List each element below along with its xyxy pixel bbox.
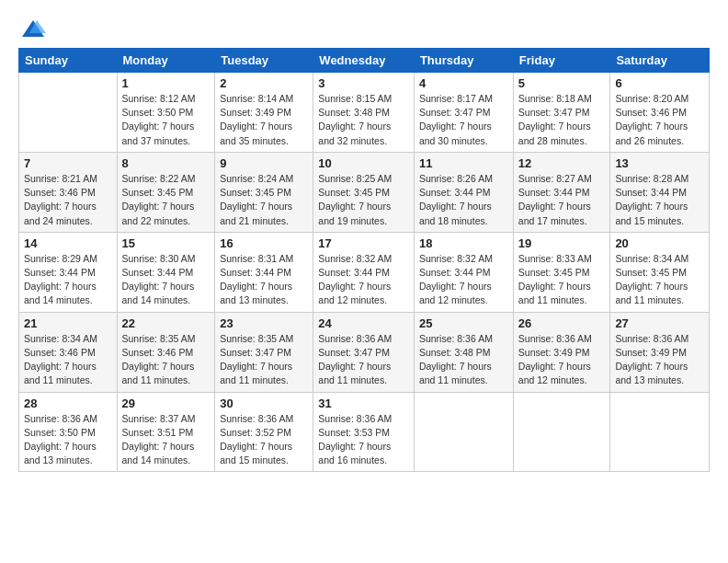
day-number: 12 — [518, 156, 606, 170]
day-number: 2 — [220, 76, 308, 90]
calendar-cell: 26Sunrise: 8:36 AMSunset: 3:49 PMDayligh… — [513, 312, 610, 392]
header — [18, 17, 710, 39]
day-number: 10 — [318, 156, 409, 170]
calendar-day-header: Tuesday — [215, 49, 313, 73]
calendar-cell: 7Sunrise: 8:21 AMSunset: 3:46 PMDaylight… — [19, 152, 118, 232]
calendar-cell: 23Sunrise: 8:35 AMSunset: 3:47 PMDayligh… — [215, 312, 313, 392]
calendar-day-header: Monday — [117, 49, 215, 73]
day-number: 5 — [518, 76, 606, 90]
day-info: Sunrise: 8:34 AMSunset: 3:45 PMDaylight:… — [615, 252, 704, 308]
calendar-cell: 4Sunrise: 8:17 AMSunset: 3:47 PMDaylight… — [414, 73, 513, 153]
logo-icon — [20, 17, 46, 42]
day-number: 1 — [122, 76, 210, 90]
calendar-cell: 30Sunrise: 8:36 AMSunset: 3:52 PMDayligh… — [215, 392, 313, 472]
day-info: Sunrise: 8:36 AMSunset: 3:47 PMDaylight:… — [318, 332, 409, 388]
calendar-cell: 24Sunrise: 8:36 AMSunset: 3:47 PMDayligh… — [313, 312, 415, 392]
day-number: 23 — [220, 316, 308, 330]
calendar-day-header: Wednesday — [313, 49, 415, 73]
calendar-week-row: 14Sunrise: 8:29 AMSunset: 3:44 PMDayligh… — [19, 232, 710, 312]
logo — [18, 17, 46, 39]
day-info: Sunrise: 8:36 AMSunset: 3:53 PMDaylight:… — [318, 412, 409, 468]
day-info: Sunrise: 8:35 AMSunset: 3:47 PMDaylight:… — [220, 332, 308, 388]
day-info: Sunrise: 8:32 AMSunset: 3:44 PMDaylight:… — [419, 252, 508, 308]
calendar-day-header: Sunday — [19, 49, 118, 73]
day-info: Sunrise: 8:29 AMSunset: 3:44 PMDaylight:… — [24, 252, 112, 308]
day-number: 16 — [220, 236, 308, 250]
day-info: Sunrise: 8:36 AMSunset: 3:49 PMDaylight:… — [518, 332, 606, 388]
day-info: Sunrise: 8:34 AMSunset: 3:46 PMDaylight:… — [24, 332, 112, 388]
day-number: 8 — [122, 156, 210, 170]
day-info: Sunrise: 8:37 AMSunset: 3:51 PMDaylight:… — [122, 412, 210, 468]
calendar-cell: 28Sunrise: 8:36 AMSunset: 3:50 PMDayligh… — [19, 392, 118, 472]
day-number: 14 — [24, 236, 112, 250]
day-info: Sunrise: 8:14 AMSunset: 3:49 PMDaylight:… — [220, 92, 308, 148]
day-number: 27 — [615, 316, 704, 330]
day-info: Sunrise: 8:28 AMSunset: 3:44 PMDaylight:… — [615, 172, 704, 228]
day-info: Sunrise: 8:36 AMSunset: 3:48 PMDaylight:… — [419, 332, 508, 388]
calendar-cell: 1Sunrise: 8:12 AMSunset: 3:50 PMDaylight… — [117, 73, 215, 153]
calendar-cell: 11Sunrise: 8:26 AMSunset: 3:44 PMDayligh… — [414, 152, 513, 232]
day-info: Sunrise: 8:22 AMSunset: 3:45 PMDaylight:… — [122, 172, 210, 228]
calendar-day-header: Saturday — [610, 49, 710, 73]
calendar-cell: 22Sunrise: 8:35 AMSunset: 3:46 PMDayligh… — [117, 312, 215, 392]
day-number: 26 — [518, 316, 606, 330]
day-info: Sunrise: 8:30 AMSunset: 3:44 PMDaylight:… — [122, 252, 210, 308]
day-number: 21 — [24, 316, 112, 330]
calendar-cell — [610, 392, 710, 472]
day-info: Sunrise: 8:21 AMSunset: 3:46 PMDaylight:… — [24, 172, 112, 228]
day-info: Sunrise: 8:27 AMSunset: 3:44 PMDaylight:… — [518, 172, 606, 228]
day-info: Sunrise: 8:25 AMSunset: 3:45 PMDaylight:… — [318, 172, 409, 228]
day-number: 13 — [615, 156, 704, 170]
calendar-cell: 20Sunrise: 8:34 AMSunset: 3:45 PMDayligh… — [610, 232, 710, 312]
calendar-cell: 19Sunrise: 8:33 AMSunset: 3:45 PMDayligh… — [513, 232, 610, 312]
day-info: Sunrise: 8:20 AMSunset: 3:46 PMDaylight:… — [615, 92, 704, 148]
day-number: 31 — [318, 396, 409, 410]
page: SundayMondayTuesdayWednesdayThursdayFrid… — [0, 0, 728, 563]
day-number: 22 — [122, 316, 210, 330]
day-number: 15 — [122, 236, 210, 250]
calendar-cell: 10Sunrise: 8:25 AMSunset: 3:45 PMDayligh… — [313, 152, 415, 232]
calendar-cell: 14Sunrise: 8:29 AMSunset: 3:44 PMDayligh… — [19, 232, 118, 312]
calendar-day-header: Thursday — [414, 49, 513, 73]
day-number: 25 — [419, 316, 508, 330]
calendar-week-row: 28Sunrise: 8:36 AMSunset: 3:50 PMDayligh… — [19, 392, 710, 472]
day-number: 9 — [220, 156, 308, 170]
calendar-cell — [19, 73, 118, 153]
calendar-cell: 21Sunrise: 8:34 AMSunset: 3:46 PMDayligh… — [19, 312, 118, 392]
day-number: 6 — [615, 76, 704, 90]
day-number: 18 — [419, 236, 508, 250]
calendar-cell: 9Sunrise: 8:24 AMSunset: 3:45 PMDaylight… — [215, 152, 313, 232]
calendar-cell — [414, 392, 513, 472]
day-info: Sunrise: 8:36 AMSunset: 3:52 PMDaylight:… — [220, 412, 308, 468]
day-number: 19 — [518, 236, 606, 250]
day-info: Sunrise: 8:17 AMSunset: 3:47 PMDaylight:… — [419, 92, 508, 148]
day-info: Sunrise: 8:18 AMSunset: 3:47 PMDaylight:… — [518, 92, 606, 148]
calendar-cell: 16Sunrise: 8:31 AMSunset: 3:44 PMDayligh… — [215, 232, 313, 312]
calendar-cell: 29Sunrise: 8:37 AMSunset: 3:51 PMDayligh… — [117, 392, 215, 472]
calendar-cell — [513, 392, 610, 472]
calendar-header-row: SundayMondayTuesdayWednesdayThursdayFrid… — [19, 49, 710, 73]
calendar-cell: 15Sunrise: 8:30 AMSunset: 3:44 PMDayligh… — [117, 232, 215, 312]
day-number: 17 — [318, 236, 409, 250]
day-number: 4 — [419, 76, 508, 90]
day-info: Sunrise: 8:36 AMSunset: 3:50 PMDaylight:… — [24, 412, 112, 468]
calendar-cell: 13Sunrise: 8:28 AMSunset: 3:44 PMDayligh… — [610, 152, 710, 232]
day-number: 20 — [615, 236, 704, 250]
calendar-cell: 31Sunrise: 8:36 AMSunset: 3:53 PMDayligh… — [313, 392, 415, 472]
calendar-cell: 3Sunrise: 8:15 AMSunset: 3:48 PMDaylight… — [313, 73, 415, 153]
calendar-cell: 27Sunrise: 8:36 AMSunset: 3:49 PMDayligh… — [610, 312, 710, 392]
day-info: Sunrise: 8:12 AMSunset: 3:50 PMDaylight:… — [122, 92, 210, 148]
day-info: Sunrise: 8:36 AMSunset: 3:49 PMDaylight:… — [615, 332, 704, 388]
calendar-cell: 12Sunrise: 8:27 AMSunset: 3:44 PMDayligh… — [513, 152, 610, 232]
day-number: 24 — [318, 316, 409, 330]
day-info: Sunrise: 8:24 AMSunset: 3:45 PMDaylight:… — [220, 172, 308, 228]
calendar-cell: 18Sunrise: 8:32 AMSunset: 3:44 PMDayligh… — [414, 232, 513, 312]
day-number: 29 — [122, 396, 210, 410]
day-number: 7 — [24, 156, 112, 170]
day-info: Sunrise: 8:35 AMSunset: 3:46 PMDaylight:… — [122, 332, 210, 388]
day-number: 11 — [419, 156, 508, 170]
day-number: 30 — [220, 396, 308, 410]
day-info: Sunrise: 8:33 AMSunset: 3:45 PMDaylight:… — [518, 252, 606, 308]
calendar-cell: 6Sunrise: 8:20 AMSunset: 3:46 PMDaylight… — [610, 73, 710, 153]
calendar-cell: 17Sunrise: 8:32 AMSunset: 3:44 PMDayligh… — [313, 232, 415, 312]
